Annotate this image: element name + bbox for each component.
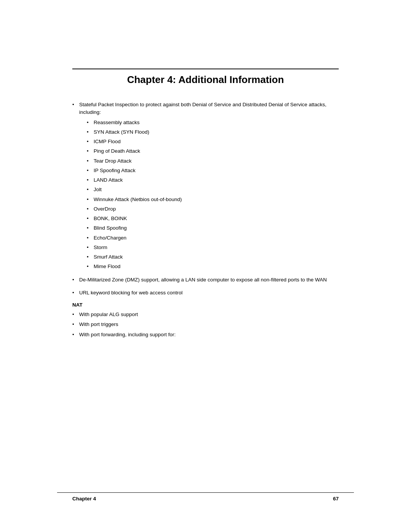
list-item: IP Spoofing Attack <box>87 167 339 174</box>
list-item: With popular ALG support <box>72 311 339 318</box>
dmz-bullet-text: De-Militarized Zone (DMZ) support, allow… <box>79 277 327 283</box>
nat-section: NAT With popular ALG support With port t… <box>72 302 339 339</box>
url-bullet: URL keyword blocking for web access cont… <box>72 289 339 297</box>
list-item: Jolt <box>87 186 339 193</box>
list-item: OverDrop <box>87 205 339 213</box>
list-item: Reassembly attacks <box>87 119 339 126</box>
list-item: Echo/Chargen <box>87 234 339 242</box>
main-bullet-list: Stateful Packet Inspection to protect ag… <box>72 101 339 297</box>
footer-chapter-label: Chapter 4 <box>72 496 96 502</box>
list-item: Ping of Death Attack <box>87 147 339 155</box>
chapter-title: Chapter 4: Additional Information <box>72 69 339 86</box>
list-item: SYN Attack (SYN Flood) <box>87 128 339 136</box>
dmz-bullet: De-Militarized Zone (DMZ) support, allow… <box>72 276 339 284</box>
list-item: Blind Spoofing <box>87 224 339 232</box>
spi-sub-list: Reassembly attacks SYN Attack (SYN Flood… <box>87 119 339 271</box>
list-item: With port forwarding, including support … <box>72 331 339 339</box>
footer-page-number: 67 <box>333 496 339 502</box>
list-item: BONK, BOINK <box>87 215 339 222</box>
list-item: With port triggers <box>72 321 339 328</box>
nat-label: NAT <box>72 302 339 308</box>
list-item: Tear Drop Attack <box>87 157 339 165</box>
page: Chapter 4: Additional Information Statef… <box>0 0 411 532</box>
url-bullet-text: URL keyword blocking for web access cont… <box>79 290 183 296</box>
list-item: Mime Flood <box>87 263 339 270</box>
nat-bullet-list: With popular ALG support With port trigg… <box>72 311 339 339</box>
list-item: Storm <box>87 244 339 251</box>
list-item: LAND Attack <box>87 176 339 184</box>
chapter-title-text: Chapter 4: Additional Information <box>127 74 284 85</box>
spi-bullet: Stateful Packet Inspection to protect ag… <box>72 101 339 271</box>
list-item: Smurf Attack <box>87 253 339 261</box>
list-item: Winnuke Attack (Netbios out-of-bound) <box>87 196 339 203</box>
spi-bullet-text: Stateful Packet Inspection to protect ag… <box>79 102 327 115</box>
page-footer: Chapter 4 67 <box>57 492 354 502</box>
list-item: ICMP Flood <box>87 138 339 145</box>
content-area: Chapter 4: Additional Information Statef… <box>57 0 354 364</box>
